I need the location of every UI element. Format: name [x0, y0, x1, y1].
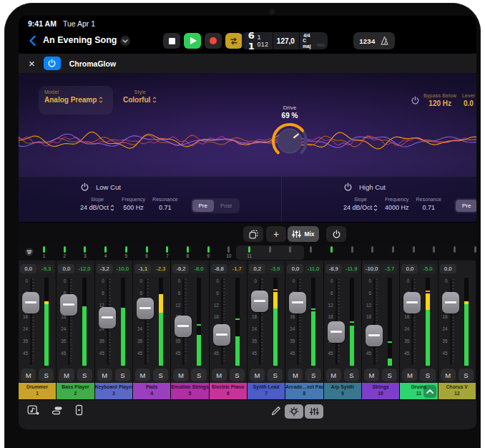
solo-button[interactable]: S	[344, 369, 359, 381]
track-name-label[interactable]: Arcade…eet Pad8	[285, 383, 323, 399]
fader-handle[interactable]	[366, 325, 383, 346]
mute-button[interactable]: M	[250, 369, 265, 381]
track-name-label[interactable]: Electric Piano6	[210, 383, 247, 399]
count-in-button[interactable]: 1234	[359, 37, 375, 45]
fader-handle[interactable]	[99, 307, 116, 328]
solo-button[interactable]: S	[77, 369, 92, 381]
back-icon[interactable]	[26, 34, 39, 48]
mute-button[interactable]: M	[59, 369, 74, 381]
fader-handle[interactable]	[251, 291, 268, 312]
solo-button[interactable]: S	[420, 369, 435, 381]
song-disclosure-icon[interactable]	[120, 36, 130, 46]
low-cut-frequency[interactable]: Frequency 500 Hz	[122, 197, 145, 211]
fader-handle[interactable]	[137, 298, 154, 319]
style-selector[interactable]: Style Colorful	[123, 89, 157, 104]
solo-button[interactable]: S	[115, 369, 130, 381]
mixer-power-button[interactable]	[326, 226, 346, 242]
fader-handle[interactable]	[328, 321, 345, 343]
solo-button[interactable]: S	[382, 369, 397, 381]
cycle-button[interactable]	[225, 33, 242, 49]
track-name-label[interactable]: Pads4	[133, 383, 170, 399]
mute-button[interactable]: M	[173, 369, 188, 381]
low-cut-resonance[interactable]: Resonance 0.71	[152, 197, 177, 211]
mute-button[interactable]: M	[212, 369, 227, 381]
pre-button[interactable]: Pre	[456, 200, 476, 212]
track-name-label[interactable]: Bass Player2	[57, 383, 94, 399]
mute-button[interactable]: M	[402, 369, 417, 381]
plugin-power-button[interactable]	[44, 57, 61, 70]
mute-button[interactable]: M	[441, 369, 456, 381]
faders-view-button[interactable]	[305, 404, 323, 419]
post-button[interactable]: Post	[214, 200, 238, 212]
tracks-overview-icon[interactable]	[24, 247, 34, 257]
track-name: Synth Lead	[248, 384, 285, 391]
mute-button[interactable]: M	[97, 369, 112, 381]
fader-handle[interactable]	[442, 292, 459, 313]
fader-handle[interactable]	[403, 292, 421, 313]
track-name-label[interactable]: Keyboard Player3	[95, 383, 132, 399]
level-control[interactable]: Level 0.0	[462, 93, 475, 107]
fader-handle[interactable]	[213, 324, 230, 346]
solo-button[interactable]: S	[230, 369, 245, 381]
fader-handle[interactable]	[60, 294, 77, 316]
mute-button[interactable]: M	[21, 369, 36, 381]
track-name-label[interactable]: Emotion Strings5	[171, 383, 208, 399]
model-selector[interactable]: Model Analog Preamp	[39, 86, 113, 115]
mute-button[interactable]: M	[326, 369, 341, 381]
track-name-label[interactable]: Drums11	[400, 383, 437, 399]
track-name-label[interactable]: Chorus V12	[439, 383, 476, 399]
controls-view-button[interactable]	[285, 404, 303, 419]
high-cut-slope[interactable]: Slope 24 dB/Oct	[343, 197, 378, 211]
track-name-label[interactable]: Synth Lead7	[248, 383, 285, 399]
chevron-up-icon[interactable]	[423, 385, 436, 398]
solo-button[interactable]: S	[459, 369, 474, 381]
bypass-power-icon[interactable]	[411, 96, 420, 105]
device-icon[interactable]	[75, 404, 83, 416]
record-button[interactable]	[205, 33, 222, 49]
fader-scale-label: 24	[400, 326, 409, 331]
channel-values: -1,1-2,3	[133, 260, 170, 276]
solo-button[interactable]: S	[153, 369, 168, 381]
high-cut-frequency[interactable]: Frequency 4000 Hz	[385, 197, 409, 211]
solo-button[interactable]: S	[268, 369, 283, 381]
mute-button[interactable]: M	[135, 369, 150, 381]
track-name-label[interactable]: Strings10	[362, 383, 399, 399]
metronome-icon[interactable]	[380, 36, 389, 46]
close-icon[interactable]: ×	[29, 58, 35, 69]
drive-knob[interactable]	[270, 121, 310, 161]
channel-strip-6: -8,8-1,7061218243545MSElectric Piano6	[210, 260, 248, 399]
fader-handle[interactable]	[22, 292, 39, 313]
solo-button[interactable]: S	[191, 369, 206, 381]
fader-handle[interactable]	[175, 316, 192, 337]
overview-meter-tick	[371, 246, 373, 253]
overview-track-number: 10	[224, 253, 234, 258]
track-overview-strip[interactable]: 1234567891011	[19, 245, 476, 260]
pencil-icon[interactable]	[270, 406, 281, 417]
mute-button[interactable]: M	[364, 369, 379, 381]
fader-handle[interactable]	[289, 292, 306, 313]
solo-button[interactable]: S	[305, 369, 320, 381]
mute-solo-row: MS	[324, 367, 361, 383]
duplicate-button[interactable]	[243, 226, 263, 242]
high-cut-power-icon[interactable]	[343, 182, 353, 192]
low-cut-slope[interactable]: Slope 24 dB/Oct	[80, 197, 114, 211]
fader-area: 061218243545	[133, 276, 170, 367]
play-button[interactable]	[184, 33, 201, 49]
pre-button[interactable]: Pre	[192, 200, 214, 212]
channel-values: 0,0-11,0	[285, 260, 323, 276]
stop-button[interactable]	[163, 33, 180, 49]
add-button[interactable]: +	[266, 226, 286, 242]
lcd-display[interactable]: 6 1 1 012 127,0 4/4 C maj MIDI	[242, 32, 328, 49]
track-name-label[interactable]: Arp Synth9	[324, 383, 361, 399]
loop-browser-icon[interactable]	[27, 404, 39, 416]
high-cut-resonance[interactable]: Resonance 0.71	[416, 197, 441, 211]
track-name-label[interactable]: Drummer1	[19, 383, 56, 399]
mute-button[interactable]: M	[288, 369, 303, 381]
song-title[interactable]: An Evening Song	[43, 35, 117, 45]
solo-button[interactable]: S	[39, 369, 54, 381]
bypass-below-control[interactable]: Bypass Below 120 Hz	[423, 93, 456, 107]
mix-button[interactable]: Mix	[288, 226, 319, 242]
track-stack-icon[interactable]	[52, 405, 63, 416]
level-meter	[426, 278, 430, 366]
low-cut-power-icon[interactable]	[80, 182, 89, 192]
